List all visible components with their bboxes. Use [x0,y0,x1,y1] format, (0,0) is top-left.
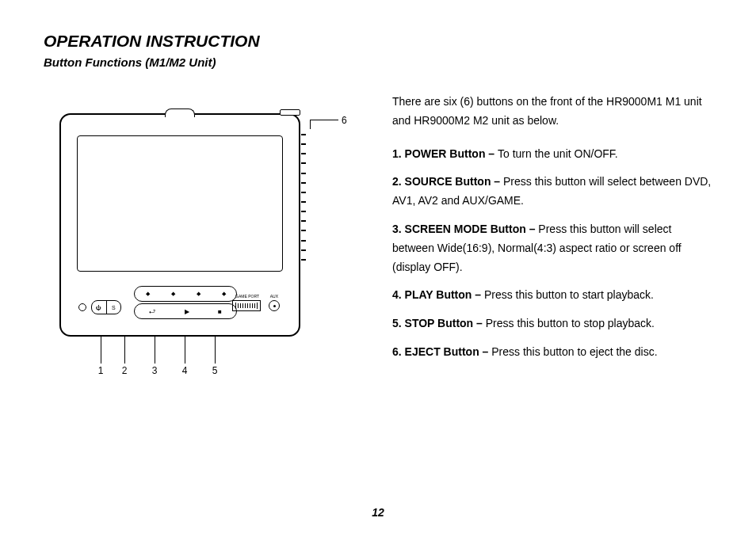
side-vents [301,134,306,261]
item-number: 4. [392,288,402,301]
item-label: SCREEN MODE Button – [405,223,539,235]
item-label: POWER Button – [405,147,498,160]
power-source-pair: ⏻ S [91,300,121,314]
screen [77,135,283,272]
content-row: 6 ⏻ S [44,93,712,371]
page-number: 12 [0,506,756,519]
document-page: OPERATION INSTRUCTION Button Functions (… [0,0,756,533]
intro-text: There are six (6) buttons on the front o… [392,93,712,131]
callout-lead-3 [155,335,155,364]
nav-pad-bottom: ⮐ ▶ ■ [134,303,237,319]
nav-pad-top: ◆ ◆ ◆ ◆ [134,286,237,302]
button-function-list: 1. POWER Button – To turn the unit ON/OF… [392,145,712,362]
item-label: SOURCE Button – [405,175,503,188]
control-row: ⏻ S ◆ ◆ ◆ ◆ ⮐ ▶ [75,283,284,327]
device-diagram: 6 ⏻ S [59,113,329,337]
nav-pad: ◆ ◆ ◆ ◆ ⮐ ▶ ■ [134,286,237,319]
item-number: 3. [392,223,402,235]
page-heading: OPERATION INSTRUCTION [44,32,712,51]
callout-label-5: 5 [212,365,218,376]
power-icon: ⏻ [92,301,107,314]
diagram-column: 6 ⏻ S [44,93,345,371]
aux-port-icon [269,300,280,311]
item-desc: Press this button to eject the disc. [491,345,657,358]
item-number: 1. [392,147,402,160]
stop-icon: ■ [218,308,222,315]
text-column: There are six (6) buttons on the front o… [392,93,712,371]
item-number: 6. [392,345,402,358]
item-number: 5. [392,317,402,329]
bottom-callouts: 1 2 3 4 5 [59,351,329,383]
callout-lead-1 [101,335,101,364]
page-subheading: Button Functions (M1/M2 Unit) [44,55,712,69]
play-icon: ▶ [185,308,189,315]
callout-lead-4 [185,335,185,364]
item-label: EJECT Button – [405,345,492,358]
list-item: 5. STOP Button – Press this button to st… [392,314,712,333]
item-number: 2. [392,175,402,188]
callout-label-2: 2 [122,365,128,376]
item-desc: Press this button to start playback. [484,288,654,301]
callout-lead-2 [124,335,125,364]
device-body: ⏻ S ◆ ◆ ◆ ◆ ⮐ ▶ [59,113,300,337]
list-item: 6. EJECT Button – Press this button to e… [392,343,712,362]
item-label: STOP Button – [405,317,486,329]
callout-label-3: 3 [152,365,158,376]
item-desc: To turn the unit ON/OFF. [498,147,618,160]
list-item: 1. POWER Button – To turn the unit ON/OF… [392,145,712,164]
game-port-icon [232,300,261,311]
list-item: 4. PLAY Button – Press this button to st… [392,286,712,305]
source-icon: S [107,301,121,314]
top-notch [165,109,195,117]
eject-button-icon [280,109,300,116]
callout-label-1: 1 [98,365,104,376]
diamond-icon: ◆ [171,291,175,297]
item-desc: Press this button to stop playback. [486,317,655,329]
callout-lead-5 [215,335,216,364]
list-item: 3. SCREEN MODE Button – Press this butto… [392,220,712,276]
diamond-icon: ◆ [146,291,150,297]
callout-label-4: 4 [182,365,188,376]
ir-sensor-icon [78,303,86,311]
diamond-icon: ◆ [222,291,226,297]
diamond-icon: ◆ [197,291,200,297]
game-port-label: GAME PORT [235,294,259,299]
aux-label: AUX [270,294,278,299]
item-label: PLAY Button – [405,288,484,301]
callout-label-6: 6 [342,115,347,126]
screen-mode-icon: ⮐ [149,308,155,315]
list-item: 2. SOURCE Button – Press this button wil… [392,173,712,211]
callout-lead-6v [310,120,311,129]
callout-lead-6h [310,120,338,120]
